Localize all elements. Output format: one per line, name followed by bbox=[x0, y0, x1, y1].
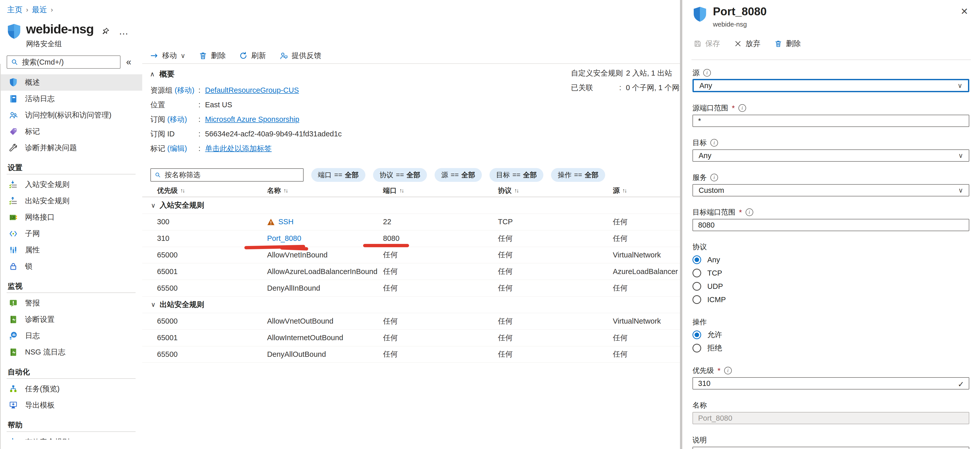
action-option-deny[interactable]: 拒绝 bbox=[692, 341, 969, 355]
sidebar-item-diagnostic-settings[interactable]: 诊断设置 bbox=[0, 311, 142, 328]
filter-pill-protocol[interactable]: 协议==全部 bbox=[373, 168, 427, 182]
protocol-option-icmp[interactable]: ICMP bbox=[692, 293, 969, 306]
table-row-allow-vnet-inbound[interactable]: 65000 AllowVnetInBound 任何 任何 VirtualNetw… bbox=[142, 247, 680, 264]
table-row-deny-all-inbound[interactable]: 65500 DenyAllInBound 任何 任何 任何 bbox=[142, 280, 680, 296]
priority-input[interactable] bbox=[692, 377, 969, 390]
move-button[interactable]: 移动 ∨ bbox=[150, 51, 185, 61]
service-field: 服务 i Custom ∨ bbox=[692, 173, 969, 196]
protocol-label: 协议 bbox=[692, 242, 969, 252]
pin-icon[interactable] bbox=[101, 27, 110, 36]
resource-group-link[interactable]: DefaultResourceGroup-CUS bbox=[205, 86, 299, 94]
filter-pill-action[interactable]: 操作==全部 bbox=[551, 168, 605, 182]
table-row-ssh[interactable]: 300 SSH 22 TCP 任何 bbox=[142, 214, 680, 230]
subscription-link[interactable]: Microsoft Azure Sponsorship bbox=[205, 115, 299, 124]
sidebar-item-alerts[interactable]: 警报 bbox=[0, 295, 142, 311]
table-row-port-8080[interactable]: 310 Port_8080 8080 任何 任何 bbox=[142, 230, 680, 247]
delete-button[interactable]: 删除 bbox=[199, 51, 226, 61]
port-cell: 任何 bbox=[383, 333, 498, 343]
priority-cell: 65001 bbox=[157, 334, 267, 342]
service-select[interactable]: Custom ∨ bbox=[692, 184, 969, 196]
move-resource-group-link[interactable]: (移动) bbox=[175, 86, 194, 94]
filter-pill-source[interactable]: 源==全部 bbox=[434, 168, 482, 182]
column-header-port[interactable]: 端口↑↓ bbox=[383, 186, 498, 195]
column-header-priority[interactable]: 优先级↑↓ bbox=[157, 186, 267, 195]
sidebar-item-locks[interactable]: 锁 bbox=[0, 258, 142, 275]
sidebar-item-subnets[interactable]: 子网 bbox=[0, 226, 142, 242]
protocol-option-tcp[interactable]: TCP bbox=[692, 266, 969, 280]
sidebar-item-activity-log[interactable]: 活动日志 bbox=[0, 91, 142, 107]
sidebar-item-nsg-flow-logs[interactable]: NSG 流日志 bbox=[0, 344, 142, 360]
info-icon[interactable]: i bbox=[746, 209, 753, 216]
filter-by-name-input[interactable] bbox=[164, 170, 299, 179]
sidebar-item-diagnose-solve[interactable]: 诊断并解决问题 bbox=[0, 140, 142, 156]
sidebar-item-overview[interactable]: 概述 bbox=[0, 74, 142, 91]
sidebar-item-tags[interactable]: 标记 bbox=[0, 123, 142, 140]
source-port-input[interactable] bbox=[692, 115, 969, 127]
info-icon[interactable]: i bbox=[738, 104, 746, 112]
filter-pill-port[interactable]: 端口==全部 bbox=[311, 168, 365, 182]
sidebar-scrollbar[interactable] bbox=[0, 64, 1, 449]
discard-x-icon bbox=[734, 40, 742, 48]
sidebar-item-access-control[interactable]: 访问控制(标识和访问管理) bbox=[0, 107, 142, 123]
info-icon[interactable]: i bbox=[703, 69, 711, 76]
table-row-allow-azure-lb-inbound[interactable]: 65001 AllowAzureLoadBalancerInBound 任何 任… bbox=[142, 263, 680, 280]
sidebar-search-input[interactable] bbox=[21, 58, 116, 67]
name-field: 名称 bbox=[692, 401, 969, 424]
edit-tags-link[interactable]: (编辑) bbox=[167, 144, 187, 153]
close-icon[interactable]: ✕ bbox=[961, 6, 968, 17]
column-header-source[interactable]: 源↑↓ bbox=[613, 186, 680, 195]
sidebar-item-tasks-preview[interactable]: 任务(预览) bbox=[0, 381, 142, 397]
column-header-protocol[interactable]: 协议↑↓ bbox=[498, 186, 613, 195]
sidebar-item-outbound-rules[interactable]: 出站安全规则 bbox=[0, 193, 142, 209]
table-row-allow-vnet-outbound[interactable]: 65000 AllowVnetOutBound 任何 任何 VirtualNet… bbox=[142, 313, 680, 330]
save-button[interactable]: 保存 bbox=[694, 38, 720, 49]
location-label: 位置 bbox=[150, 100, 199, 110]
sidebar-item-export-template[interactable]: 导出模板 bbox=[0, 397, 142, 414]
table-row-allow-internet-outbound[interactable]: 65001 AllowInternetOutBound 任何 任何 任何 bbox=[142, 330, 680, 346]
action-label: 操作 bbox=[692, 317, 969, 326]
column-header-name[interactable]: 名称↑↓ bbox=[267, 186, 383, 195]
description-textarea[interactable]: code server port bbox=[692, 447, 969, 449]
info-icon[interactable]: i bbox=[724, 367, 732, 374]
radio-icon bbox=[692, 282, 701, 291]
collapse-menu-icon[interactable]: « bbox=[126, 57, 131, 67]
protocol-option-any[interactable]: Any bbox=[692, 253, 969, 266]
rule-name-link[interactable]: SSH bbox=[278, 218, 294, 226]
move-subscription-link[interactable]: (移动) bbox=[167, 115, 187, 123]
sidebar-item-logs[interactable]: 日志 bbox=[0, 328, 142, 344]
destination-port-input[interactable] bbox=[692, 219, 969, 231]
required-asterisk: * bbox=[718, 366, 721, 375]
priority-cell: 65000 bbox=[157, 317, 267, 325]
nsg-shield-icon bbox=[692, 6, 707, 23]
sidebar-item-properties[interactable]: 属性 bbox=[0, 242, 142, 258]
panel-subtitle: webide-nsg bbox=[713, 21, 767, 29]
filter-pill-destination[interactable]: 目标==全部 bbox=[490, 168, 544, 182]
info-icon[interactable]: i bbox=[710, 139, 718, 146]
more-options-icon[interactable]: … bbox=[119, 26, 129, 37]
delete-rule-button[interactable]: 删除 bbox=[774, 38, 801, 49]
discard-button[interactable]: 放弃 bbox=[734, 38, 760, 49]
custom-rules-value: 2 入站, 1 出站 bbox=[626, 68, 680, 78]
sidebar-item-inbound-rules[interactable]: 入站安全规则 bbox=[0, 177, 142, 193]
protocol-cell: 任何 bbox=[498, 233, 613, 244]
breadcrumb-recent-link[interactable]: 最近 bbox=[32, 5, 47, 15]
table-row-deny-all-outbound[interactable]: 65500 DenyAllOutBound 任何 任何 任何 bbox=[142, 346, 680, 363]
source-select[interactable]: Any ∨ bbox=[692, 79, 969, 92]
feedback-button[interactable]: 提供反馈 bbox=[279, 51, 321, 61]
sidebar-section-monitoring: 监视 bbox=[0, 281, 142, 292]
info-icon[interactable]: i bbox=[710, 174, 718, 182]
action-option-allow[interactable]: 允许 bbox=[692, 328, 969, 341]
refresh-button[interactable]: 刷新 bbox=[239, 51, 266, 61]
overview-content: 移动 ∨ 删除 刷新 bbox=[142, 0, 680, 449]
inbound-section-row[interactable]: ∨ 入站安全规则 bbox=[142, 197, 680, 214]
destination-select[interactable]: Any ∨ bbox=[692, 150, 969, 162]
chevron-down-icon: ∨ bbox=[151, 202, 156, 209]
add-tags-link[interactable]: 单击此处以添加标签 bbox=[205, 143, 272, 154]
sidebar-item-effective-rules[interactable]: 有效安全规则 bbox=[0, 434, 142, 439]
sidebar-item-network-interfaces[interactable]: 网络接口 bbox=[0, 209, 142, 226]
breadcrumb-home-link[interactable]: 主页 bbox=[7, 5, 22, 15]
protocol-option-udp[interactable]: UDP bbox=[692, 280, 969, 293]
subscription-row: 订阅 (移动) : Microsoft Azure Sponsorship bbox=[150, 112, 680, 127]
rule-name-link[interactable]: Port_8080 bbox=[267, 234, 301, 243]
outbound-section-row[interactable]: ∨ 出站安全规则 bbox=[142, 296, 680, 313]
